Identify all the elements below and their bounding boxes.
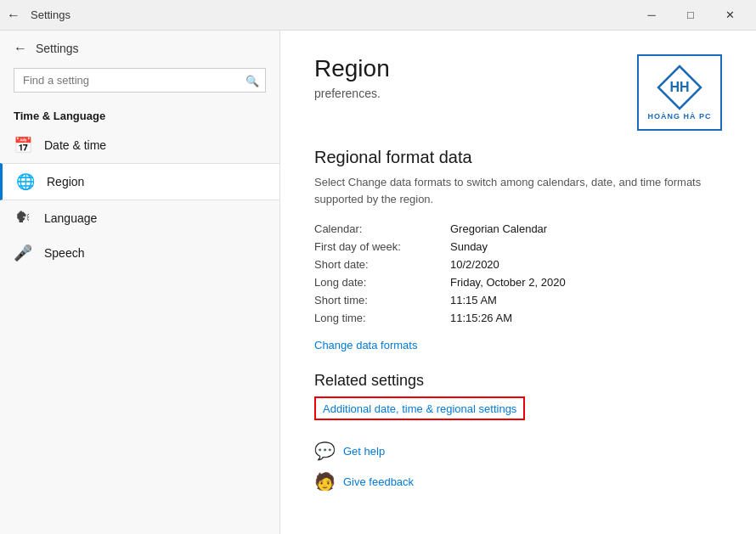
sidebar-item-label-date-time: Date & time	[44, 138, 106, 152]
page-title-group: Region preferences.	[314, 54, 390, 100]
title-bar-left: ← Settings	[7, 8, 71, 23]
sidebar: ← Settings 🔍 Time & Language 📅 Date & ti…	[0, 31, 280, 534]
related-link-box: Additional date, time & regional setting…	[314, 396, 525, 420]
regional-format-desc: Select Change data formats to switch amo…	[314, 174, 722, 207]
sidebar-item-date-time[interactable]: 📅 Date & time	[0, 127, 279, 163]
titlebar-back-icon[interactable]: ←	[7, 8, 20, 23]
label-long-time: Long time:	[314, 312, 450, 324]
label-first-day: First day of week:	[314, 240, 450, 253]
search-icon[interactable]: 🔍	[245, 74, 259, 87]
logo-diamond: HH	[657, 65, 702, 110]
data-table: Calendar: Gregorian Calendar First day o…	[314, 222, 722, 324]
date-time-icon: 📅	[14, 136, 32, 155]
give-feedback-item: 🧑 Give feedback	[314, 471, 722, 492]
sidebar-item-speech[interactable]: 🎤 Speech	[0, 235, 279, 271]
additional-date-time-link[interactable]: Additional date, time & regional setting…	[323, 402, 516, 415]
language-icon: 🗣	[14, 209, 32, 227]
sidebar-back-label: Settings	[36, 42, 79, 55]
label-calendar: Calendar:	[314, 222, 450, 235]
label-long-date: Long date:	[314, 276, 450, 289]
change-data-formats-link[interactable]: Change data formats	[314, 339, 417, 351]
regional-format-title: Regional format data	[314, 148, 722, 167]
table-row: Long date: Friday, October 2, 2020	[314, 276, 722, 289]
page-subtitle: preferences.	[314, 87, 390, 100]
title-bar-controls: ─ □ ✕	[632, 0, 749, 31]
svg-text:HH: HH	[669, 80, 689, 94]
help-section: 💬 Get help 🧑 Give feedback	[314, 441, 722, 492]
sidebar-back-icon: ←	[14, 41, 27, 56]
close-button[interactable]: ✕	[710, 0, 749, 31]
maximize-button[interactable]: □	[671, 0, 710, 31]
value-first-day: Sunday	[450, 240, 488, 253]
page-header: Region preferences. HH HOÀNG HÀ PC	[314, 54, 722, 131]
sidebar-item-region[interactable]: 🌐 Region	[0, 163, 279, 200]
give-feedback-icon: 🧑	[314, 471, 335, 492]
table-row: First day of week: Sunday	[314, 240, 722, 253]
label-short-date: Short date:	[314, 258, 450, 271]
page-title: Region	[314, 54, 390, 83]
table-row: Calendar: Gregorian Calendar	[314, 222, 722, 235]
value-long-time: 11:15:26 AM	[450, 312, 512, 324]
sidebar-search: 🔍	[14, 68, 266, 93]
value-long-date: Friday, October 2, 2020	[450, 276, 566, 289]
value-calendar: Gregorian Calendar	[450, 222, 547, 235]
title-bar: ← Settings ─ □ ✕	[0, 0, 756, 31]
give-feedback-link[interactable]: Give feedback	[343, 475, 414, 488]
table-row: Short time: 11:15 AM	[314, 294, 722, 306]
sidebar-item-label-region: Region	[47, 175, 84, 188]
sidebar-back-button[interactable]: ← Settings	[0, 37, 279, 59]
related-settings-section: Related settings Additional date, time &…	[314, 372, 722, 420]
table-row: Long time: 11:15:26 AM	[314, 312, 722, 324]
sidebar-item-language[interactable]: 🗣 Language	[0, 200, 279, 235]
table-row: Short date: 10/2/2020	[314, 258, 722, 271]
sidebar-item-label-speech: Speech	[44, 246, 84, 260]
main-content: Region preferences. HH HOÀNG HÀ PC Regio…	[280, 31, 756, 534]
app-container: ← Settings 🔍 Time & Language 📅 Date & ti…	[0, 31, 756, 534]
regional-format-section: Regional format data Select Change data …	[314, 148, 722, 351]
sidebar-item-label-language: Language	[44, 211, 97, 225]
value-short-time: 11:15 AM	[450, 294, 497, 306]
get-help-icon: 💬	[314, 441, 335, 461]
minimize-button[interactable]: ─	[632, 0, 671, 31]
value-short-date: 10/2/2020	[450, 258, 499, 271]
sidebar-section-title: Time & Language	[0, 99, 279, 127]
search-input[interactable]	[14, 68, 266, 93]
logo-box: HH HOÀNG HÀ PC	[637, 54, 722, 131]
logo-text: HOÀNG HÀ PC	[647, 112, 711, 121]
speech-icon: 🎤	[14, 244, 32, 262]
related-settings-title: Related settings	[314, 372, 722, 390]
get-help-item: 💬 Get help	[314, 441, 722, 461]
region-icon: 🌐	[16, 172, 35, 191]
get-help-link[interactable]: Get help	[343, 445, 385, 458]
label-short-time: Short time:	[314, 294, 450, 306]
titlebar-title: Settings	[31, 8, 71, 21]
